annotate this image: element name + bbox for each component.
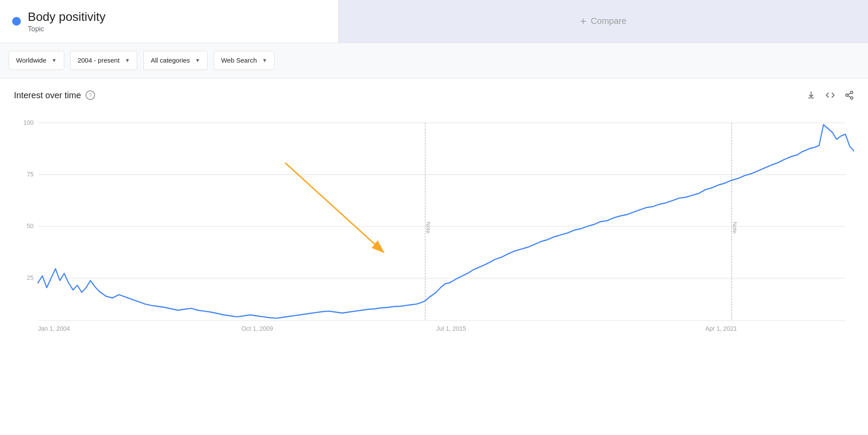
top-bar: Body positivity Topic + Compare (0, 0, 868, 43)
svg-line-4 (848, 93, 851, 95)
svg-text:Jul 1, 2015: Jul 1, 2015 (436, 325, 466, 332)
download-button[interactable] (806, 90, 816, 100)
help-symbol: ? (89, 92, 92, 99)
trend-chart: 100 75 50 25 Note Note Jan 1, 2004 (14, 113, 854, 339)
svg-point-2 (851, 97, 853, 100)
share-button[interactable] (845, 90, 854, 100)
share-icon (845, 90, 854, 100)
category-label: All categories (151, 56, 190, 64)
region-dropdown[interactable]: Worldwide ▼ (9, 51, 64, 70)
svg-text:75: 75 (27, 170, 34, 178)
term-type: Topic (28, 25, 106, 33)
category-arrow: ▼ (195, 57, 200, 63)
embed-icon (825, 90, 835, 100)
svg-text:Note: Note (425, 222, 431, 233)
region-label: Worldwide (16, 56, 46, 64)
search-type-arrow: ▼ (262, 57, 267, 63)
period-dropdown[interactable]: 2004 - present ▼ (70, 51, 138, 70)
search-term-box: Body positivity Topic (0, 0, 339, 43)
term-info: Body positivity Topic (28, 10, 106, 33)
region-arrow: ▼ (52, 57, 57, 63)
chart-title: Interest over time (14, 90, 81, 100)
search-type-label: Web Search (221, 56, 257, 64)
compare-label: Compare (591, 16, 626, 26)
period-arrow: ▼ (125, 57, 130, 63)
svg-text:100: 100 (23, 119, 34, 126)
svg-text:25: 25 (27, 274, 34, 282)
svg-point-1 (846, 94, 848, 96)
plus-icon: + (580, 15, 586, 27)
chart-header: Interest over time ? (14, 90, 854, 100)
term-dot (12, 17, 21, 26)
svg-text:Jan 1, 2004: Jan 1, 2004 (38, 325, 70, 332)
download-icon (806, 90, 816, 100)
chart-container: 100 75 50 25 Note Note Jan 1, 2004 (14, 113, 854, 339)
period-label: 2004 - present (78, 56, 120, 64)
chart-actions (806, 90, 854, 100)
svg-text:Note: Note (732, 222, 737, 233)
chart-title-group: Interest over time ? (14, 90, 95, 100)
chart-section: Interest over time ? (0, 78, 868, 348)
svg-text:Apr 1, 2021: Apr 1, 2021 (705, 325, 737, 332)
category-dropdown[interactable]: All categories ▼ (143, 51, 208, 70)
compare-box[interactable]: + Compare (339, 0, 868, 43)
help-icon[interactable]: ? (86, 90, 95, 100)
term-name: Body positivity (28, 10, 106, 24)
filter-bar: Worldwide ▼ 2004 - present ▼ All categor… (0, 43, 868, 78)
svg-line-3 (848, 96, 851, 97)
svg-text:50: 50 (27, 222, 34, 229)
search-type-dropdown[interactable]: Web Search ▼ (214, 51, 274, 70)
embed-button[interactable] (825, 90, 835, 100)
annotation-arrow (285, 163, 384, 252)
svg-point-0 (851, 91, 853, 94)
svg-text:Oct 1, 2009: Oct 1, 2009 (241, 325, 273, 332)
